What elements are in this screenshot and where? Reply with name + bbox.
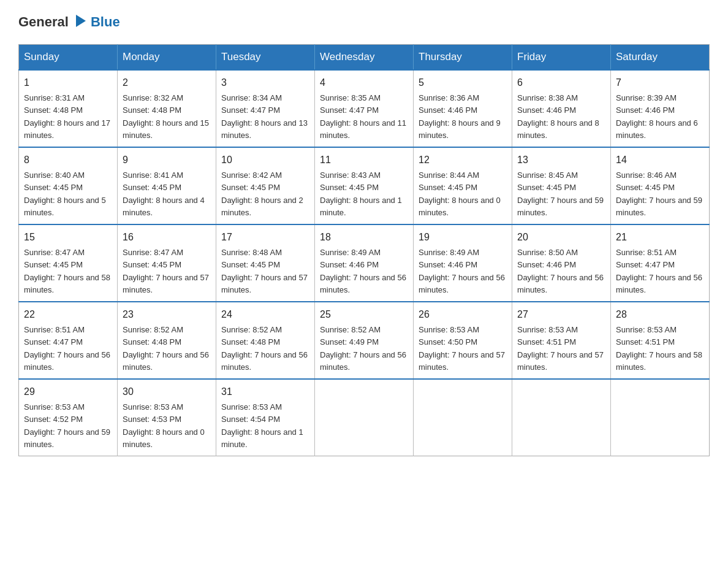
page-header: General Blue bbox=[18, 12, 710, 32]
day-info: Sunrise: 8:45 AMSunset: 4:45 PMDaylight:… bbox=[517, 170, 604, 217]
day-number: 29 bbox=[24, 385, 112, 399]
calendar-cell bbox=[611, 379, 710, 456]
day-info: Sunrise: 8:51 AMSunset: 4:47 PMDaylight:… bbox=[616, 248, 702, 294]
day-number: 1 bbox=[24, 75, 112, 90]
calendar-cell: 24 Sunrise: 8:52 AMSunset: 4:48 PMDaylig… bbox=[216, 302, 315, 379]
calendar-cell bbox=[512, 379, 611, 456]
logo: General Blue bbox=[18, 12, 120, 32]
calendar-header-thursday: Thursday bbox=[414, 45, 512, 71]
calendar-cell: 16 Sunrise: 8:47 AMSunset: 4:45 PMDaylig… bbox=[118, 224, 216, 302]
day-number: 16 bbox=[123, 230, 211, 245]
day-info: Sunrise: 8:34 AMSunset: 4:47 PMDaylight:… bbox=[221, 93, 308, 140]
calendar-cell: 11 Sunrise: 8:43 AMSunset: 4:45 PMDaylig… bbox=[315, 147, 414, 224]
calendar-cell: 22 Sunrise: 8:51 AMSunset: 4:47 PMDaylig… bbox=[19, 302, 118, 379]
calendar-cell: 31 Sunrise: 8:53 AMSunset: 4:54 PMDaylig… bbox=[216, 379, 315, 456]
day-number: 10 bbox=[221, 153, 309, 167]
svg-marker-0 bbox=[76, 15, 86, 27]
day-number: 20 bbox=[517, 230, 605, 245]
day-number: 5 bbox=[419, 75, 507, 90]
calendar-week-row: 1 Sunrise: 8:31 AMSunset: 4:48 PMDayligh… bbox=[19, 70, 710, 147]
day-number: 21 bbox=[616, 230, 704, 245]
calendar-cell: 28 Sunrise: 8:53 AMSunset: 4:51 PMDaylig… bbox=[611, 302, 710, 379]
calendar-cell: 9 Sunrise: 8:41 AMSunset: 4:45 PMDayligh… bbox=[118, 147, 216, 224]
day-info: Sunrise: 8:39 AMSunset: 4:46 PMDaylight:… bbox=[616, 93, 698, 140]
day-number: 23 bbox=[123, 307, 211, 322]
calendar-header-sunday: Sunday bbox=[19, 45, 118, 71]
calendar-cell: 14 Sunrise: 8:46 AMSunset: 4:45 PMDaylig… bbox=[611, 147, 710, 224]
day-info: Sunrise: 8:49 AMSunset: 4:46 PMDaylight:… bbox=[419, 248, 505, 294]
calendar-cell: 13 Sunrise: 8:45 AMSunset: 4:45 PMDaylig… bbox=[512, 147, 611, 224]
day-info: Sunrise: 8:53 AMSunset: 4:53 PMDaylight:… bbox=[123, 402, 205, 449]
day-info: Sunrise: 8:50 AMSunset: 4:46 PMDaylight:… bbox=[517, 248, 604, 294]
day-info: Sunrise: 8:49 AMSunset: 4:46 PMDaylight:… bbox=[320, 248, 406, 294]
day-info: Sunrise: 8:53 AMSunset: 4:51 PMDaylight:… bbox=[616, 325, 702, 372]
day-number: 28 bbox=[616, 307, 704, 322]
day-number: 8 bbox=[24, 153, 112, 167]
calendar-cell: 10 Sunrise: 8:42 AMSunset: 4:45 PMDaylig… bbox=[216, 147, 315, 224]
calendar-cell bbox=[315, 379, 414, 456]
calendar-cell: 18 Sunrise: 8:49 AMSunset: 4:46 PMDaylig… bbox=[315, 224, 414, 302]
calendar-cell: 3 Sunrise: 8:34 AMSunset: 4:47 PMDayligh… bbox=[216, 70, 315, 147]
calendar-cell: 29 Sunrise: 8:53 AMSunset: 4:52 PMDaylig… bbox=[19, 379, 118, 456]
day-number: 13 bbox=[517, 153, 605, 167]
calendar-cell: 23 Sunrise: 8:52 AMSunset: 4:48 PMDaylig… bbox=[118, 302, 216, 379]
calendar-cell: 6 Sunrise: 8:38 AMSunset: 4:46 PMDayligh… bbox=[512, 70, 611, 147]
day-info: Sunrise: 8:31 AMSunset: 4:48 PMDaylight:… bbox=[24, 93, 110, 140]
day-info: Sunrise: 8:48 AMSunset: 4:45 PMDaylight:… bbox=[221, 248, 308, 294]
day-number: 24 bbox=[221, 307, 309, 322]
calendar-cell: 12 Sunrise: 8:44 AMSunset: 4:45 PMDaylig… bbox=[414, 147, 512, 224]
day-info: Sunrise: 8:40 AMSunset: 4:45 PMDaylight:… bbox=[24, 170, 106, 217]
day-number: 12 bbox=[419, 153, 507, 167]
calendar-header-wednesday: Wednesday bbox=[315, 45, 414, 71]
day-number: 11 bbox=[320, 153, 408, 167]
logo-arrow-icon bbox=[71, 12, 88, 32]
calendar-week-row: 8 Sunrise: 8:40 AMSunset: 4:45 PMDayligh… bbox=[19, 147, 710, 224]
calendar-cell: 4 Sunrise: 8:35 AMSunset: 4:47 PMDayligh… bbox=[315, 70, 414, 147]
day-info: Sunrise: 8:42 AMSunset: 4:45 PMDaylight:… bbox=[221, 170, 303, 217]
day-info: Sunrise: 8:32 AMSunset: 4:48 PMDaylight:… bbox=[123, 93, 209, 140]
day-number: 26 bbox=[419, 307, 507, 322]
calendar-cell: 20 Sunrise: 8:50 AMSunset: 4:46 PMDaylig… bbox=[512, 224, 611, 302]
day-number: 30 bbox=[123, 385, 211, 399]
day-number: 7 bbox=[616, 75, 704, 90]
calendar-cell: 27 Sunrise: 8:53 AMSunset: 4:51 PMDaylig… bbox=[512, 302, 611, 379]
day-info: Sunrise: 8:43 AMSunset: 4:45 PMDaylight:… bbox=[320, 170, 402, 217]
day-info: Sunrise: 8:53 AMSunset: 4:50 PMDaylight:… bbox=[419, 325, 505, 372]
calendar-cell: 15 Sunrise: 8:47 AMSunset: 4:45 PMDaylig… bbox=[19, 224, 118, 302]
day-number: 4 bbox=[320, 75, 408, 90]
calendar-header-monday: Monday bbox=[118, 45, 216, 71]
logo-general-text: General bbox=[18, 14, 69, 30]
day-number: 6 bbox=[517, 75, 605, 90]
day-info: Sunrise: 8:53 AMSunset: 4:54 PMDaylight:… bbox=[221, 402, 303, 449]
calendar-cell: 21 Sunrise: 8:51 AMSunset: 4:47 PMDaylig… bbox=[611, 224, 710, 302]
day-number: 15 bbox=[24, 230, 112, 245]
calendar-cell: 1 Sunrise: 8:31 AMSunset: 4:48 PMDayligh… bbox=[19, 70, 118, 147]
calendar-cell: 8 Sunrise: 8:40 AMSunset: 4:45 PMDayligh… bbox=[19, 147, 118, 224]
calendar-cell: 7 Sunrise: 8:39 AMSunset: 4:46 PMDayligh… bbox=[611, 70, 710, 147]
day-info: Sunrise: 8:38 AMSunset: 4:46 PMDaylight:… bbox=[517, 93, 599, 140]
day-info: Sunrise: 8:52 AMSunset: 4:48 PMDaylight:… bbox=[123, 325, 209, 372]
calendar-cell: 5 Sunrise: 8:36 AMSunset: 4:46 PMDayligh… bbox=[414, 70, 512, 147]
day-number: 3 bbox=[221, 75, 309, 90]
day-info: Sunrise: 8:51 AMSunset: 4:47 PMDaylight:… bbox=[24, 325, 110, 372]
day-number: 25 bbox=[320, 307, 408, 322]
day-info: Sunrise: 8:52 AMSunset: 4:48 PMDaylight:… bbox=[221, 325, 308, 372]
day-info: Sunrise: 8:46 AMSunset: 4:45 PMDaylight:… bbox=[616, 170, 702, 217]
day-number: 2 bbox=[123, 75, 211, 90]
day-info: Sunrise: 8:52 AMSunset: 4:49 PMDaylight:… bbox=[320, 325, 406, 372]
day-info: Sunrise: 8:53 AMSunset: 4:51 PMDaylight:… bbox=[517, 325, 604, 372]
calendar-cell: 17 Sunrise: 8:48 AMSunset: 4:45 PMDaylig… bbox=[216, 224, 315, 302]
calendar-header-friday: Friday bbox=[512, 45, 611, 71]
calendar-table: SundayMondayTuesdayWednesdayThursdayFrid… bbox=[18, 44, 710, 456]
calendar-cell: 2 Sunrise: 8:32 AMSunset: 4:48 PMDayligh… bbox=[118, 70, 216, 147]
calendar-week-row: 15 Sunrise: 8:47 AMSunset: 4:45 PMDaylig… bbox=[19, 224, 710, 302]
day-info: Sunrise: 8:41 AMSunset: 4:45 PMDaylight:… bbox=[123, 170, 205, 217]
day-info: Sunrise: 8:44 AMSunset: 4:45 PMDaylight:… bbox=[419, 170, 501, 217]
calendar-header-saturday: Saturday bbox=[611, 45, 710, 71]
day-info: Sunrise: 8:35 AMSunset: 4:47 PMDaylight:… bbox=[320, 93, 406, 140]
logo-blue-text: Blue bbox=[91, 14, 120, 30]
day-number: 18 bbox=[320, 230, 408, 245]
calendar-cell: 19 Sunrise: 8:49 AMSunset: 4:46 PMDaylig… bbox=[414, 224, 512, 302]
day-number: 9 bbox=[123, 153, 211, 167]
calendar-header-row: SundayMondayTuesdayWednesdayThursdayFrid… bbox=[19, 45, 710, 71]
